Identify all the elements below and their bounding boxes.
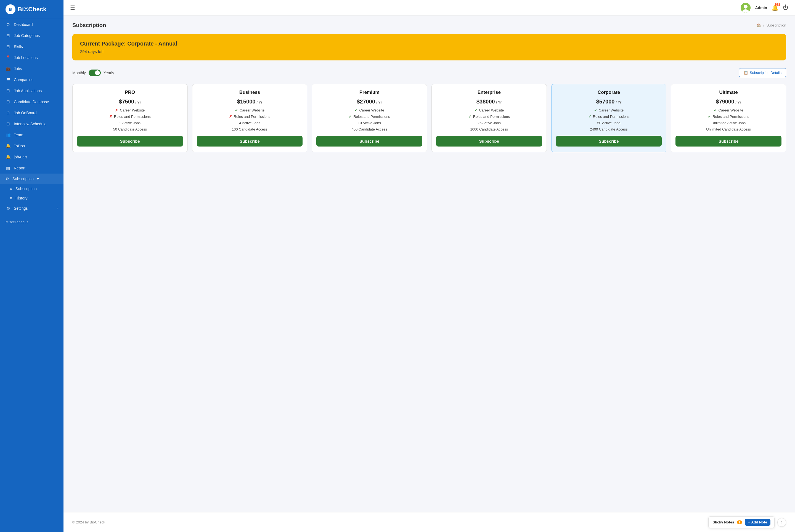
copyright-text: © 2024 by BioCheck xyxy=(72,520,105,524)
cross-icon: ✗ xyxy=(109,115,112,119)
sidebar-item-interview-schedule[interactable]: ⊞ Interview Schedule xyxy=(0,118,63,129)
feature-item: 2400 Candidate Access xyxy=(556,127,662,131)
sidebar-item-report[interactable]: ▦ Report xyxy=(0,163,63,174)
plan-price: $27000 / Yr xyxy=(357,98,382,105)
svg-point-1 xyxy=(744,5,747,8)
plan-price: $38000 / Yr xyxy=(477,98,502,105)
plan-name: Enterprise xyxy=(478,90,501,95)
sidebar-item-skills[interactable]: ⊞ Skills xyxy=(0,41,63,52)
feature-label: Roles and Permissions xyxy=(353,115,390,119)
feature-label: Career Website xyxy=(479,108,504,112)
sidebar-item-label: ToDos xyxy=(14,144,25,148)
check-icon: ✓ xyxy=(714,108,717,112)
plan-card-business: Business$15000 / Yr✓Career Website✗Roles… xyxy=(192,84,308,152)
sidebar-item-jobalert[interactable]: 🔔 jobAlert xyxy=(0,151,63,163)
sidebar-item-label: jobAlert xyxy=(14,155,27,159)
topbar-right: Admin 🔔 13 ⏻ xyxy=(741,3,788,13)
feature-item: Unlimited Candidate Access xyxy=(676,127,781,131)
notification-bell[interactable]: 🔔 13 xyxy=(772,4,778,11)
page-title: Subscription xyxy=(72,22,106,28)
feature-label: Career Website xyxy=(240,108,264,112)
plan-card-enterprise: Enterprise$38000 / Yr✓Career Website✓Rol… xyxy=(431,84,547,152)
sidebar-item-job-categories[interactable]: ⊞ Job Categories xyxy=(0,30,63,41)
interview-schedule-icon: ⊞ xyxy=(5,121,11,126)
sidebar-item-job-onboard[interactable]: ⊙ Job OnBoard xyxy=(0,107,63,118)
sidebar-item-dashboard[interactable]: ⊙ Dashboard xyxy=(0,19,63,30)
sidebar-item-candidate-database[interactable]: ⊞ Candidate Database xyxy=(0,96,63,107)
plan-name: Business xyxy=(239,90,260,95)
sticky-notes-count: 1 xyxy=(737,520,742,524)
feature-label: Career Website xyxy=(120,108,145,112)
sidebar-item-settings[interactable]: ⚙ Settings ‹ xyxy=(0,203,63,214)
plan-features: ✓Career Website✓Roles and Permissions10 … xyxy=(316,108,422,131)
logo-text: Bi©Check xyxy=(18,6,47,13)
feature-item: ✓Roles and Permissions xyxy=(316,115,422,119)
sidebar-item-job-locations[interactable]: 📍 Job Locations xyxy=(0,52,63,63)
add-note-icon: + xyxy=(748,520,750,524)
logo-icon: B xyxy=(5,4,16,14)
sidebar-subscription-label: Subscription xyxy=(13,176,34,181)
days-left: 294 days left xyxy=(80,49,778,54)
page-content: Subscription 🏠 / Subscription Current Pa… xyxy=(63,16,795,512)
subscribe-button-enterprise[interactable]: Subscribe xyxy=(436,136,542,147)
report-icon: ▦ xyxy=(5,166,11,171)
subscription-details-button[interactable]: 📋 Subscription Details xyxy=(739,68,786,77)
sidebar: B Bi©Check ⊙ Dashboard ⊞ Job Categories … xyxy=(0,0,63,532)
scroll-top-button[interactable]: ↑ xyxy=(777,518,786,527)
breadcrumb: 🏠 / Subscription xyxy=(757,23,786,27)
plan-price: $57000 / Yr xyxy=(596,98,622,105)
check-icon: ✓ xyxy=(474,108,477,112)
monthly-label: Monthly xyxy=(72,71,86,75)
subscribe-button-pro[interactable]: Subscribe xyxy=(77,136,183,147)
sidebar-item-companies[interactable]: ☰ Companies xyxy=(0,74,63,85)
notification-count: 13 xyxy=(775,3,780,6)
feature-item: 100 Candidate Access xyxy=(197,127,303,131)
feature-item: ✓Career Website xyxy=(556,108,662,112)
jobalert-icon: 🔔 xyxy=(5,154,11,159)
power-icon[interactable]: ⏻ xyxy=(783,4,788,11)
miscellaneous-label: Miscellaneous xyxy=(5,220,28,224)
sidebar-item-jobs[interactable]: 💼 Jobs xyxy=(0,63,63,74)
subscribe-button-premium[interactable]: Subscribe xyxy=(316,136,422,147)
job-locations-icon: 📍 xyxy=(5,55,11,60)
plans-grid: PRO$7500 / Yr✗Career Website✗Roles and P… xyxy=(72,84,786,152)
cross-icon: ✗ xyxy=(229,115,232,119)
sidebar-item-subscription[interactable]: ⚙ Subscription ▾ xyxy=(0,174,63,184)
breadcrumb-separator: / xyxy=(763,23,764,27)
feature-item: 1000 Candidate Access xyxy=(436,127,542,131)
todos-icon: 🔔 xyxy=(5,144,11,149)
feature-label: Roles and Permissions xyxy=(114,115,151,119)
add-note-button[interactable]: + Add Note xyxy=(745,519,771,526)
package-banner: Current Package: Corporate - Annual 294 … xyxy=(72,34,786,60)
billing-toggle-group: Monthly Yearly xyxy=(72,70,114,76)
sidebar-item-subscription-sub[interactable]: Subscription xyxy=(0,184,63,193)
subscribe-button-corporate[interactable]: Subscribe xyxy=(556,136,662,147)
sidebar-item-job-applications[interactable]: ⊞ Job Applications xyxy=(0,85,63,96)
plan-features: ✗Career Website✗Roles and Permissions2 A… xyxy=(77,108,183,131)
plan-name: PRO xyxy=(125,90,135,95)
feature-label: Career Website xyxy=(719,108,743,112)
package-title: Current Package: Corporate - Annual xyxy=(80,41,778,47)
subscription-icon: ⚙ xyxy=(5,176,9,181)
toggle-row: Monthly Yearly 📋 Subscription Details xyxy=(72,68,786,77)
home-icon[interactable]: 🏠 xyxy=(757,23,761,27)
billing-toggle[interactable] xyxy=(89,70,101,76)
sidebar-item-team[interactable]: 👥 Team xyxy=(0,129,63,140)
sidebar-item-todos[interactable]: 🔔 ToDos xyxy=(0,140,63,151)
plan-card-pro: PRO$7500 / Yr✗Career Website✗Roles and P… xyxy=(72,84,188,152)
chevron-down-icon: ▾ xyxy=(37,176,39,181)
plan-features: ✓Career Website✗Roles and Permissions4 A… xyxy=(197,108,303,131)
candidate-db-icon: ⊞ xyxy=(5,99,11,104)
sidebar-item-history[interactable]: History xyxy=(0,193,63,203)
footer: © 2024 by BioCheck Sticky Notes 1 + Add … xyxy=(63,512,795,532)
main-area: ☰ Admin 🔔 13 ⏻ Subscription 🏠 xyxy=(63,0,795,532)
subscribe-button-ultimate[interactable]: Subscribe xyxy=(676,136,781,147)
subscribe-button-business[interactable]: Subscribe xyxy=(197,136,303,147)
sidebar-settings-label: Settings xyxy=(14,206,28,211)
dot-icon xyxy=(10,197,12,199)
plan-card-corporate: Corporate$57000 / Yr✓Career Website✓Role… xyxy=(551,84,667,152)
menu-icon[interactable]: ☰ xyxy=(70,4,75,11)
sidebar-item-label: Companies xyxy=(14,78,33,82)
sidebar-item-label: Job Locations xyxy=(14,55,38,60)
plan-card-premium: Premium$27000 / Yr✓Career Website✓Roles … xyxy=(312,84,427,152)
